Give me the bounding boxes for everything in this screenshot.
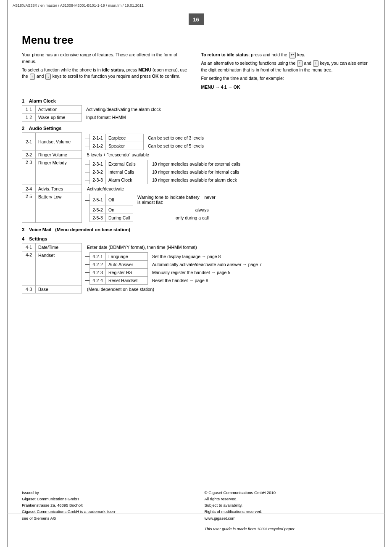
intro-right: To return to idle status: press and hold… bbox=[201, 52, 371, 91]
table-row: 2-1-2 Speaker Can be set to one of 5 lev… bbox=[85, 142, 205, 150]
row-4-2-1-num: 4-2-1 bbox=[90, 252, 106, 260]
row-2-2-num: 2-2 bbox=[22, 151, 36, 159]
row-1-1-num: 1-1 bbox=[22, 106, 36, 114]
row-4-2-4-desc: Reset the handset → page 8 bbox=[148, 276, 263, 284]
table-row: 1-1 Activation Activating/deactivating t… bbox=[22, 106, 370, 114]
table-row: 2-3-3 Alarm Clock 10 ringer melodies ava… bbox=[85, 176, 242, 184]
connector bbox=[85, 260, 90, 268]
page-header: AS18X/AS28X / en master / A31008-M2001-B… bbox=[0, 0, 392, 11]
row-2-1-2-num: 2-1-2 bbox=[90, 142, 106, 150]
table-row: 4-2-3 Register HS Manually register the … bbox=[85, 268, 263, 276]
footer-left: Issued by Gigaset Communications GmbH Fr… bbox=[22, 489, 188, 532]
row-2-5-sub: 2-5-1 Off Warning tone to indicate batte… bbox=[82, 193, 370, 223]
row-4-2-3-num: 4-2-3 bbox=[90, 268, 106, 276]
section-4-header: 4 Settings bbox=[22, 236, 370, 241]
page-left-border bbox=[8, 0, 8, 547]
connector bbox=[85, 206, 90, 214]
table-row: 4-3 Base (Menu dependent on base station… bbox=[22, 285, 370, 293]
row-2-3-2-desc: 10 ringer melodies available for interna… bbox=[148, 168, 242, 176]
section-1-number: 1 bbox=[22, 98, 24, 103]
row-2-5-2-name: On bbox=[106, 206, 133, 214]
footer-right-line2: All rights reserved. bbox=[205, 496, 371, 502]
row-2-2-desc: 5 levels + "crescendo" available bbox=[82, 151, 370, 159]
row-4-1-desc: Enter date (DDMMYY format), then time (H… bbox=[82, 243, 370, 251]
row-2-5-3-desc: only during a call bbox=[133, 214, 217, 222]
intro-left: Your phone has an extensive range of fea… bbox=[22, 52, 191, 91]
section-3-title: Voice Mail bbox=[29, 227, 51, 232]
row-2-3-sub: 2-3-1 External Calls 10 ringer melodies … bbox=[82, 159, 370, 185]
connector-line bbox=[85, 134, 90, 142]
row-4-1-num: 4-1 bbox=[22, 243, 36, 251]
sub-table-2-3: 2-3-1 External Calls 10 ringer melodies … bbox=[85, 160, 242, 184]
row-2-3-2-name: Internal Calls bbox=[106, 168, 148, 176]
connector bbox=[85, 160, 90, 168]
row-1-1-desc: Activating/deactivating the alarm clock bbox=[82, 106, 370, 114]
up-key-icon2: ↑ bbox=[297, 60, 303, 67]
section-4-title: Settings bbox=[29, 236, 47, 241]
row-2-1-1-name: Earpiece bbox=[106, 134, 144, 142]
row-2-5-1-name: Off bbox=[106, 194, 133, 206]
row-4-2-sub: 4-2-1 Language Set the display language … bbox=[82, 251, 370, 285]
row-1-2-num: 1-2 bbox=[22, 114, 36, 122]
row-2-4-name: Advis. Tones bbox=[36, 185, 82, 193]
intro-right-p1: To return to idle status: press and hold… bbox=[201, 52, 371, 58]
row-4-2-2-desc: Automatically activate/deactivate auto a… bbox=[148, 260, 263, 268]
section-3-number: 3 bbox=[22, 227, 24, 232]
up-key-icon: ↑ bbox=[30, 74, 35, 80]
row-2-3-num: 2-3 bbox=[22, 159, 36, 185]
page-number-area: 16 bbox=[0, 11, 392, 25]
sub-table-2-1: 2-1-1 Earpiece Can be set to one of 3 le… bbox=[85, 134, 205, 150]
connector bbox=[85, 176, 90, 184]
table-row: 2-3-1 External Calls 10 ringer melodies … bbox=[85, 160, 242, 168]
footer-right-line4: Rights of modifications reserved. bbox=[205, 508, 371, 515]
row-4-3-name: Base bbox=[36, 285, 82, 293]
page-number: 16 bbox=[189, 13, 204, 25]
row-2-5-3-num: 2-5-3 bbox=[90, 214, 106, 222]
row-2-1-1-num: 2-1-1 bbox=[90, 134, 106, 142]
table-row: 4-2-1 Language Set the display language … bbox=[85, 252, 263, 260]
section-3-header: 3 Voice Mail (Menu dependent on base sta… bbox=[22, 227, 370, 232]
row-2-3-3-num: 2-3-3 bbox=[90, 176, 106, 184]
and-word: and bbox=[304, 61, 312, 66]
table-row: 2-2 Ringer Volume 5 levels + "crescendo"… bbox=[22, 151, 370, 159]
footer-content: Issued by Gigaset Communications GmbH Fr… bbox=[0, 483, 392, 539]
row-2-3-1-num: 2-3-1 bbox=[90, 160, 106, 168]
table-row: 2-5-2 On always bbox=[85, 206, 217, 214]
section-2-number: 2 bbox=[22, 126, 24, 131]
row-2-3-name: Ringer Melody bbox=[36, 159, 82, 185]
row-2-3-1-desc: 10 ringer melodies available for externa… bbox=[148, 160, 242, 168]
footer-right-line1: © Gigaset Communications GmbH 2010 bbox=[205, 489, 371, 496]
table-row: 4-1 Date/Time Enter date (DDMMYY format)… bbox=[22, 243, 370, 251]
intro-right-p2: As an alternative to selecting functions… bbox=[201, 60, 371, 74]
row-2-1-1-desc: Can be set to one of 3 levels bbox=[144, 134, 206, 142]
header-text: AS18X/AS28X / en master / A31008-M2001-B… bbox=[13, 3, 144, 8]
connector bbox=[85, 276, 90, 284]
section-2-table: 2-1 Handset Volume 2-1-1 Earpiece Can be… bbox=[22, 132, 370, 223]
table-row: 4-2-4 Reset Handset Reset the handset → … bbox=[85, 276, 263, 284]
row-4-2-num: 4-2 bbox=[22, 251, 36, 285]
footer-left-line1: Issued by bbox=[22, 489, 188, 496]
row-4-2-name: Handset bbox=[36, 251, 82, 285]
section-4-table: 4-1 Date/Time Enter date (DDMMYY format)… bbox=[22, 243, 370, 293]
connector bbox=[85, 168, 90, 176]
row-4-3-desc: (Menu dependent on base station) bbox=[82, 285, 370, 293]
table-row: 2-3 Ringer Melody 2-3-1 External Calls 1… bbox=[22, 159, 370, 185]
row-4-2-3-name: Register HS bbox=[106, 268, 148, 276]
footer-left-line3: Frankenstrasse 2a, 46395 Bocholt bbox=[22, 502, 188, 508]
intro-left-p2: To select a function while the phone is … bbox=[22, 67, 191, 80]
row-2-5-1-num: 2-5-1 bbox=[90, 194, 106, 206]
table-row: 2-5 Battery Low 2-5-1 Off Warning tone t… bbox=[22, 193, 370, 223]
row-1-1-name: Activation bbox=[36, 106, 82, 114]
row-4-3-num: 4-3 bbox=[22, 285, 36, 293]
connector bbox=[85, 194, 90, 206]
table-row: 2-1 Handset Volume 2-1-1 Earpiece Can be… bbox=[22, 133, 370, 151]
footer-left-line4: Gigaset Communications GmbH is a tradema… bbox=[22, 508, 188, 515]
end-key-icon: ↩ bbox=[289, 52, 296, 58]
connector bbox=[85, 214, 90, 222]
footer-right-line5: www.gigaset.com bbox=[205, 515, 371, 521]
row-2-3-2-num: 2-3-2 bbox=[90, 168, 106, 176]
row-2-1-name: Handset Volume bbox=[36, 133, 82, 151]
row-2-1-2-name: Speaker bbox=[106, 142, 144, 150]
row-4-2-1-desc: Set the display language → page 8 bbox=[148, 252, 263, 260]
row-4-2-4-name: Reset Handset bbox=[106, 276, 148, 284]
